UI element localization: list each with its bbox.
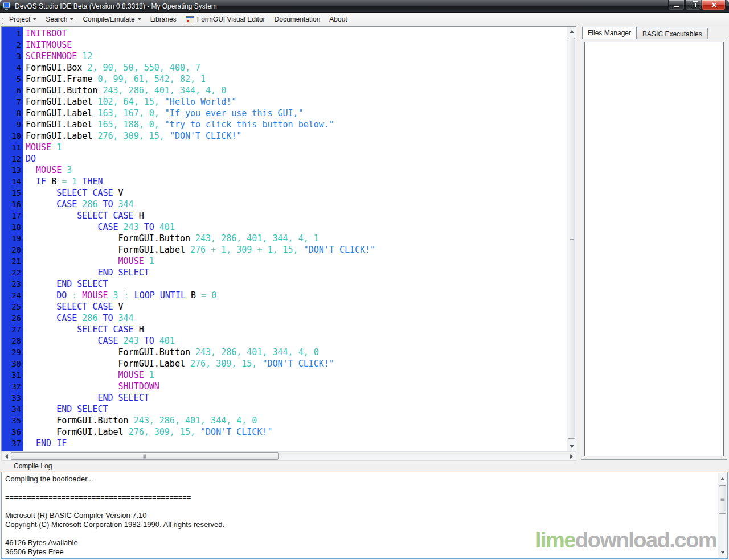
code-text: FormGUI.Button 243, 286, 401, 344, 4, 0 [23,85,226,96]
watermark-lime: lime [535,528,575,552]
log-line: Compiling the bootloader... [5,475,716,484]
menu-item-label: Search [46,15,67,23]
code-area[interactable]: 1INITBOOT2INITMOUSE3SCREENMODE 124FormGU… [2,27,567,451]
line-number: 23 [2,278,23,290]
code-line: 28 CASE 243 TO 401 [2,335,567,347]
line-number: 32 [2,381,23,392]
line-number: 6 [2,85,23,96]
code-line: 26 CASE 286 TO 344 [2,312,567,324]
line-number: 24 [2,290,23,301]
right-panel-tabs: Files ManagerBASIC Executables [582,27,708,39]
line-number: 15 [2,187,23,199]
code-text: CASE 243 TO 401 [23,335,175,347]
scroll-right-button[interactable] [567,452,576,460]
code-text: IF B = 1 THEN [23,176,103,187]
code-text: FormGUI.Button 243, 286, 401, 344, 4, 1 [23,233,319,244]
code-text: FormGUI.Frame 0, 99, 61, 542, 82, 1 [23,73,206,85]
code-editor: 1INITBOOT2INITMOUSE3SCREENMODE 124FormGU… [1,26,576,451]
scrollbar-thumb[interactable] [719,485,726,514]
code-text: CASE 243 TO 401 [23,221,175,233]
menu-item-documentation[interactable]: Documentation [270,13,325,26]
tab-files-manager[interactable]: Files Manager [582,27,637,39]
editor-horizontal-scrollbar[interactable] [1,451,576,461]
code-text: FormGUI.Label 276, 309, 15, "DON'T CLICK… [23,426,273,438]
menu-bar: ProjectSearchCompile/EmulateLibrariesFor… [0,13,729,26]
minimize-icon [674,6,679,7]
menu-item-formgui-visual-editor[interactable]: FormGUI Visual Editor [181,13,270,26]
code-text: SHUTDOWN [23,381,159,392]
code-text: FormGUI.Button 243, 286, 401, 344, 4, 0 [23,347,319,358]
menu-item-libraries[interactable]: Libraries [146,13,181,26]
code-line: 14 IF B = 1 THEN [2,176,567,187]
code-line: 2INITMOUSE [2,39,567,51]
code-line: 18 CASE 243 TO 401 [2,221,567,233]
code-text: CASE 286 TO 344 [23,312,134,324]
line-number: 14 [2,176,23,187]
code-text: FormGUI.Label 102, 64, 15, "Hello World!… [23,96,236,108]
code-line: 16 CASE 286 TO 344 [2,199,567,210]
code-text: END SELECT [23,278,108,290]
code-line: 35 FormGUI.Button 243, 286, 401, 344, 4,… [2,415,567,426]
code-line: 10FormGUI.Label 276, 309, 15, "DON'T CLI… [2,130,567,142]
chevron-down-icon [138,18,141,22]
scroll-up-button[interactable] [567,27,576,36]
scroll-up-button[interactable] [718,474,727,483]
files-list[interactable] [584,42,724,456]
menu-item-about[interactable]: About [325,13,351,26]
scrollbar-thumb[interactable] [11,452,279,460]
code-line: 23 END SELECT [2,278,567,290]
arrow-down-icon [570,445,574,448]
log-vertical-scrollbar[interactable] [718,473,727,558]
code-line: 4FormGUI.Box 2, 90, 50, 550, 400, 7 [2,62,567,73]
window-title: DevOS Studio IDE Beta (Version 0.8.3318)… [15,0,217,13]
menu-item-compile-emulate[interactable]: Compile/Emulate [78,13,145,26]
code-line: 3SCREENMODE 12 [2,51,567,62]
log-line: Microsoft (R) BASIC Compiler Version 7.1… [5,511,716,520]
scroll-down-button[interactable] [718,547,727,557]
code-line: 37 END IF [2,438,567,449]
menu-item-label: FormGUI Visual Editor [197,15,265,23]
maximize-button[interactable] [685,0,701,10]
files-manager-panel [581,39,727,460]
code-line: 13 MOUSE 3 [2,164,567,176]
chevron-down-icon [33,18,36,22]
menu-item-label: About [329,15,347,23]
line-number: 16 [2,199,23,210]
menu-item-search[interactable]: Search [41,13,78,26]
code-line: 32 SHUTDOWN [2,381,567,392]
code-text: SELECT CASE H [23,210,144,221]
code-line: 36 FormGUI.Label 276, 309, 15, "DON'T CL… [2,426,567,438]
menu-item-project[interactable]: Project [5,13,41,26]
app-icon[interactable] [2,2,11,11]
line-number: 12 [2,153,23,164]
code-text: MOUSE 3 [23,164,72,176]
editor-vertical-scrollbar[interactable] [567,27,576,451]
menu-item-label: Project [9,15,30,23]
line-number: 35 [2,415,23,426]
minimize-button[interactable] [668,0,685,10]
scroll-left-button[interactable] [2,452,11,460]
code-line: 31 MOUSE 1 [2,369,567,381]
arrow-up-icon [570,30,574,33]
form-window-icon [186,16,194,23]
code-text: END SELECT [23,403,108,415]
scrollbar-thumb[interactable] [568,38,575,439]
scroll-down-button[interactable] [567,442,576,451]
compile-log-label: Compile Log [14,462,52,470]
code-text: FormGUI.Box 2, 90, 50, 550, 400, 7 [23,62,200,73]
tab-basic-executables[interactable]: BASIC Executables [637,28,708,39]
line-number: 10 [2,130,23,142]
code-line: 12DO [2,153,567,164]
code-text: CASE 286 TO 344 [23,199,134,210]
toolbar-grip[interactable] [2,15,3,24]
code-text: MOUSE 1 [23,142,62,153]
line-number: 4 [2,62,23,73]
code-line: 11MOUSE 1 [2,142,567,153]
code-text: MOUSE 1 [23,256,154,267]
code-text: FormGUI.Label 276 + 1, 309 + 1, 15, "DON… [23,244,375,256]
chevron-down-icon [70,18,73,22]
close-button[interactable] [702,0,726,10]
code-text: FormGUI.Button 243, 286, 401, 344, 4, 0 [23,415,257,426]
code-text: SELECT CASE V [23,187,124,199]
code-line: 27 SELECT CASE H [2,324,567,335]
